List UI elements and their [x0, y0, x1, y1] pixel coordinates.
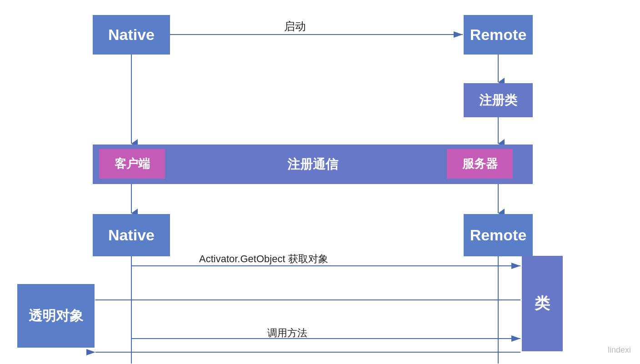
register-channel-label: 注册通信: [287, 156, 338, 173]
diagram: Native Remote 启动 注册类 注册通信 客户端 服务器 Native…: [0, 0, 640, 364]
remote-bottom-box: Remote: [464, 214, 533, 256]
server-box: 服务器: [447, 149, 513, 179]
startup-label: 启动: [284, 19, 306, 34]
native-top-box: Native: [93, 15, 170, 55]
watermark: lindexi: [608, 345, 631, 355]
activator-label: Activator.GetObject 获取对象: [199, 252, 328, 266]
remote-top-box: Remote: [464, 15, 533, 55]
register-class-box: 注册类: [464, 83, 533, 117]
class-box: 类: [522, 256, 563, 351]
invoke-label: 调用方法: [267, 326, 307, 340]
transparent-obj-box: 透明对象: [17, 284, 95, 348]
native-bottom-box: Native: [93, 214, 170, 256]
client-box: 客户端: [99, 149, 165, 179]
